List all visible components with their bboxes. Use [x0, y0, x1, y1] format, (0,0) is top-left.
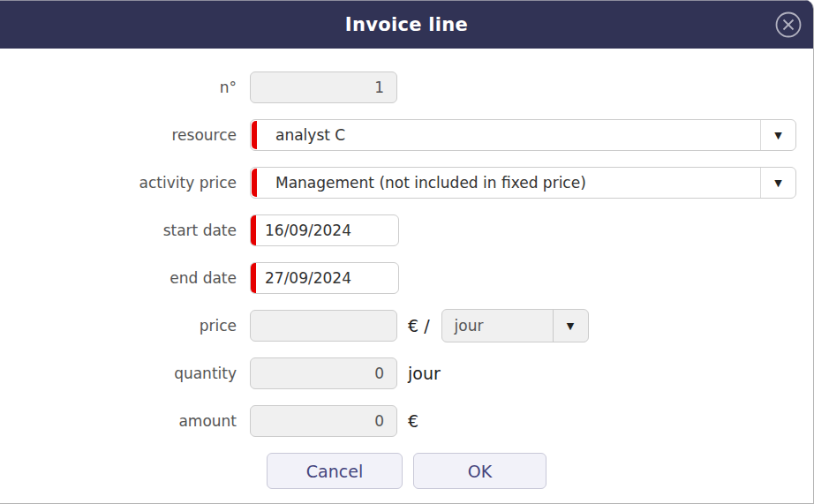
row-end-date: end date	[0, 262, 813, 294]
dialog-header: Invoice line	[0, 0, 813, 49]
price-currency-suffix: € /	[408, 316, 430, 335]
chevron-down-icon: ▼	[774, 131, 781, 140]
cancel-button[interactable]: Cancel	[267, 453, 403, 489]
start-date-field[interactable]	[250, 214, 399, 246]
end-date-field[interactable]	[250, 262, 399, 294]
row-price: price € / jour ▼	[0, 310, 813, 342]
resource-select[interactable]: analyst C ▼	[250, 119, 796, 151]
row-activity-price: activity price Management (not included …	[0, 167, 813, 199]
chevron-down-icon: ▼	[567, 321, 574, 331]
end-date-label: end date	[0, 269, 237, 287]
close-icon	[774, 11, 803, 39]
quantity-field	[250, 357, 397, 389]
start-date-wrapper	[250, 214, 399, 246]
chevron-down-icon: ▼	[774, 178, 781, 188]
required-marker	[252, 169, 257, 197]
dialog-actions: Cancel OK	[0, 453, 813, 489]
number-field	[250, 71, 397, 103]
number-label: n°	[0, 79, 237, 96]
row-quantity: quantity jour	[0, 357, 813, 389]
price-unit-dropdown-button[interactable]: ▼	[553, 310, 588, 342]
resource-dropdown-button[interactable]: ▼	[760, 120, 795, 150]
price-unit-selected-value: jour	[442, 317, 553, 335]
row-number: n°	[0, 71, 813, 103]
quantity-unit-suffix: jour	[408, 364, 441, 383]
amount-currency-suffix: €	[408, 411, 418, 431]
start-date-label: start date	[0, 222, 237, 239]
amount-label: amount	[0, 412, 237, 430]
invoice-line-dialog: Invoice line n° resource analyst C	[0, 0, 814, 504]
resource-selected-value: analyst C	[265, 126, 760, 144]
activity-price-label: activity price	[0, 174, 237, 192]
dialog-title: Invoice line	[345, 14, 468, 35]
activity-price-selected-value: Management (not included in fixed price)	[265, 174, 760, 192]
required-marker	[252, 121, 257, 149]
row-resource: resource analyst C ▼	[0, 119, 813, 151]
close-button[interactable]	[774, 11, 803, 39]
activity-price-dropdown-button[interactable]: ▼	[760, 168, 795, 198]
price-unit-select[interactable]: jour ▼	[441, 309, 589, 342]
activity-price-select[interactable]: Management (not included in fixed price)…	[250, 167, 796, 199]
end-date-wrapper	[250, 262, 399, 294]
price-label: price	[0, 317, 237, 335]
dialog-body: n° resource analyst C ▼ activity price	[0, 49, 813, 503]
row-amount: amount €	[0, 405, 813, 437]
ok-button[interactable]: OK	[413, 453, 546, 489]
resource-label: resource	[0, 126, 237, 144]
price-field	[250, 310, 397, 342]
amount-field	[250, 405, 397, 437]
quantity-label: quantity	[0, 365, 237, 382]
row-start-date: start date	[0, 214, 813, 246]
